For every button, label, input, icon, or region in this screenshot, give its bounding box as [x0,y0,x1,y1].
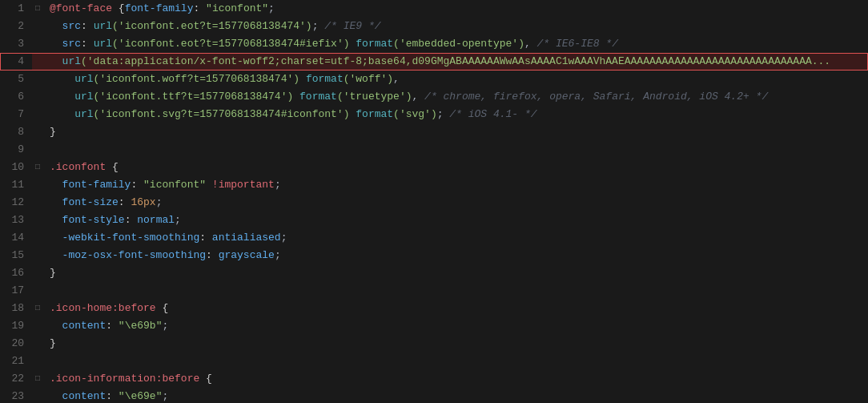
token: { [199,373,212,385]
line-content: font-size: 16px; [43,194,868,212]
code-line-12: 12 font-size: 16px; [0,194,868,212]
code-line-8: 8 } [0,123,868,141]
line-number: 16 [0,264,32,282]
line-number: 13 [0,212,32,229]
fold-icon[interactable]: □ [32,370,43,388]
line-number: 19 [0,317,32,335]
code-line-9: 9 [0,141,868,159]
line-content: .icon-information:before { [43,370,868,388]
token: url [50,55,81,67]
token: ('truetype') [337,91,412,103]
token: content [50,390,106,402]
fold-icon[interactable]: □ [32,0,43,18]
token: ('iconfont.svg?t=1577068138474#iconfont'… [94,108,350,120]
token: :before [156,373,200,385]
token: url [50,91,94,103]
fold-icon [32,141,43,159]
token: "iconfont" [143,179,206,191]
fold-icon [32,53,43,71]
token: ('iconfont.eot?t=1577068138474') [112,20,312,32]
fold-icon [32,212,43,229]
fold-icon [32,247,43,264]
code-line-14: 14 -webkit-font-smoothing: antialiased; [0,229,868,247]
line-number: 15 [0,247,32,264]
token: { [119,2,125,14]
token: antialiased [212,232,281,244]
token: ; [281,232,287,244]
line-content: .icon-home:before { [43,300,868,317]
token: icon-information [56,373,156,385]
line-content: font-style: normal; [43,212,868,229]
code-line-23: 23 content: "\e69e"; [0,388,868,403]
token: , [393,73,400,85]
token: } [50,267,56,279]
token: "iconfont" [206,2,268,14]
fold-icon [32,317,43,335]
fold-icon [32,18,43,35]
fold-icon [32,88,43,106]
line-number: 12 [0,194,32,212]
token: ; [275,249,281,261]
token: : [81,20,94,32]
code-line-13: 13 font-style: normal; [0,212,868,229]
fold-icon[interactable]: □ [32,159,43,176]
token: { [106,161,119,173]
token: . [50,161,56,173]
code-line-15: 15 -moz-osx-font-smoothing: grayscale; [0,247,868,264]
code-line-1: 1□@font-face {font-family: "iconfont"; [0,0,868,18]
code-line-21: 21 [0,353,868,370]
token: url [94,20,112,32]
fold-icon [32,123,43,141]
token: ; [312,20,325,32]
fold-icon [32,71,43,88]
line-number: 5 [0,71,32,88]
code-line-11: 11 font-family: "iconfont" !important; [0,176,868,194]
line-content: .iconfont { [43,159,868,176]
line-content: content: "\e69e"; [43,388,868,403]
token: : [119,196,131,208]
token: font-family [50,179,131,191]
token: , [412,91,425,103]
token: "\e69b" [119,320,163,332]
token: src [50,38,81,50]
line-number: 10 [0,159,32,176]
token: . [50,302,56,314]
fold-icon [32,106,43,123]
line-content: url('iconfont.ttf?t=1577068138474') form… [43,88,868,106]
token: format [299,91,337,103]
fold-icon [32,335,43,353]
token: font-style [50,214,125,226]
line-content: src: url('iconfont.eot?t=1577068138474')… [43,18,868,35]
token: ; [162,320,168,332]
fold-icon [32,353,43,370]
token: normal [137,214,175,226]
line-number: 11 [0,176,32,194]
code-line-20: 20 } [0,335,868,353]
token: ; [175,214,181,226]
fold-icon[interactable]: □ [32,300,43,317]
line-number: 1 [0,0,32,18]
code-editor: 1□@font-face {font-family: "iconfont";2 … [0,0,868,403]
code-line-3: 3 src: url('iconfont.eot?t=1577068138474… [0,35,868,53]
line-content [43,282,868,300]
token: : [81,38,94,50]
line-content [43,141,868,159]
code-line-18: 18□.icon-home:before { [0,300,868,317]
token [293,91,299,103]
token: ('iconfont.woff?t=1577068138474') [94,73,299,85]
token: { [156,302,169,314]
line-content: content: "\e69b"; [43,317,868,335]
code-line-2: 2 src: url('iconfont.eot?t=1577068138474… [0,18,868,35]
token: : [199,232,212,244]
token: iconfont [56,161,106,173]
token: /* iOS 4.1- */ [449,108,536,120]
code-line-19: 19 content: "\e69b"; [0,317,868,335]
token: ; [275,179,281,191]
line-content: } [43,123,868,141]
line-number: 18 [0,300,32,317]
code-line-5: 5 url('iconfont.woff?t=1577068138474') f… [0,71,868,88]
token: -moz-osx-font-smoothing [50,249,206,261]
token: format [306,73,344,85]
line-content: @font-face {font-family: "iconfont"; [43,0,868,18]
fold-icon [32,194,43,212]
